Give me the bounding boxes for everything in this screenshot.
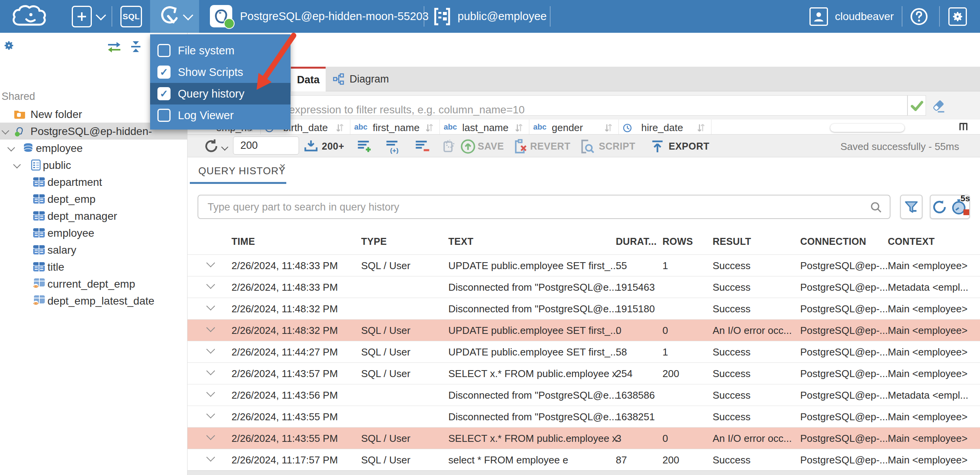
checkbox-unchecked-icon[interactable] — [157, 109, 171, 122]
menu-item-show-scripts[interactable]: ✓Show Scripts — [150, 61, 291, 83]
expand-chevron-icon[interactable] — [206, 345, 215, 354]
new-object-button[interactable] — [72, 0, 105, 33]
column-header-rows[interactable]: ROWS — [662, 236, 693, 247]
fetch-more-label[interactable]: 200+ — [322, 141, 344, 152]
tree-item-department[interactable]: department — [0, 173, 188, 190]
apply-filter-button[interactable] — [907, 95, 926, 116]
query-history-row[interactable]: 2/26/2024, 11:17:57 PMSQL / Userselect *… — [188, 449, 980, 470]
refresh-chevron-icon[interactable] — [221, 143, 228, 150]
grid-column-first-name[interactable]: abcfirst_name — [350, 120, 440, 134]
column-header-time[interactable]: TIME — [231, 236, 255, 247]
tree-item-dept-manager[interactable]: dept_manager — [0, 207, 188, 224]
collapse-all-icon[interactable] — [129, 40, 143, 55]
sort-icon[interactable] — [697, 123, 705, 134]
clear-filter-eraser-icon[interactable] — [931, 98, 947, 114]
query-history-row[interactable]: 2/26/2024, 11:43:57 PMSQL / UserSELECT x… — [188, 362, 980, 384]
script-button[interactable]: SCRIPT — [599, 141, 635, 152]
tree-item-dept-emp[interactable]: dept_emp — [0, 190, 188, 207]
checkbox-unchecked-icon[interactable] — [157, 44, 171, 57]
table-settings-icon[interactable] — [958, 121, 969, 134]
grid-column-last-name[interactable]: abclast_name — [440, 120, 529, 134]
close-icon[interactable]: × — [279, 160, 286, 173]
chevron-down-icon[interactable] — [13, 161, 21, 168]
refresh-button[interactable] — [203, 138, 220, 156]
export-icon[interactable] — [650, 138, 665, 156]
column-header-connection[interactable]: CONNECTION — [800, 236, 866, 247]
expand-chevron-icon[interactable] — [206, 431, 215, 440]
grid-column-name: last_name — [462, 122, 509, 134]
chevron-down-icon[interactable] — [7, 144, 15, 152]
horizontal-scrollbar[interactable] — [830, 124, 904, 132]
tab-diagram[interactable]: Diagram — [327, 67, 394, 91]
save-icon[interactable] — [460, 138, 476, 156]
tree-item-employee[interactable]: employee — [0, 140, 188, 157]
column-header-durat-[interactable]: DURAT... — [616, 236, 657, 247]
tree-item-dept-emp-latest-date[interactable]: dept_emp_latest_date — [0, 292, 188, 309]
column-header-type[interactable]: TYPE — [361, 236, 387, 247]
checkbox-checked-icon[interactable]: ✓ — [157, 87, 171, 100]
expand-chevron-icon[interactable] — [206, 302, 215, 311]
query-history-row[interactable]: 2/26/2024, 11:48:33 PMDisconnected from … — [188, 276, 980, 298]
tree-item-current-dept-emp[interactable]: current_dept_emp — [0, 275, 188, 292]
search-icon — [870, 201, 883, 216]
sort-icon[interactable] — [336, 123, 344, 134]
revert-button[interactable]: REVERT — [530, 141, 570, 152]
grid-column-gender[interactable]: abcgender — [529, 120, 619, 134]
filter-expression-input[interactable]: expression to filter results, e.g. colum… — [193, 95, 907, 116]
query-history-row[interactable]: 2/26/2024, 11:43:55 PMSQL / UserSELECT x… — [188, 427, 980, 449]
help-button[interactable] — [910, 0, 928, 33]
sort-icon[interactable] — [515, 123, 523, 134]
menu-item-log-viewer[interactable]: Log Viewer — [150, 104, 291, 126]
settings-button[interactable] — [948, 0, 967, 33]
tree-item-salary[interactable]: salary — [0, 241, 188, 258]
sync-connection-icon[interactable] — [106, 40, 122, 55]
filter-button[interactable] — [900, 195, 923, 219]
query-history-row[interactable]: 2/26/2024, 11:43:55 PMDisconnected from … — [188, 406, 980, 427]
menu-item-file-system[interactable]: File system — [150, 40, 291, 61]
expand-chevron-icon[interactable] — [206, 280, 215, 289]
expand-chevron-icon[interactable] — [206, 259, 215, 268]
user-menu-button[interactable]: cloudbeaver — [809, 0, 894, 33]
auto-refresh-button[interactable] — [441, 138, 458, 155]
query-history-row[interactable]: 2/26/2024, 11:48:32 PMDisconnected from … — [188, 298, 980, 319]
expand-chevron-icon[interactable] — [206, 323, 215, 332]
tools-menu-button[interactable] — [157, 0, 192, 33]
save-button[interactable]: SAVE — [478, 141, 504, 152]
query-history-row[interactable]: 2/26/2024, 11:43:56 PMDisconnected from … — [188, 384, 980, 406]
duplicate-row-button[interactable]: (+) — [385, 139, 401, 155]
script-icon[interactable] — [579, 138, 595, 156]
export-button[interactable]: EXPORT — [669, 141, 710, 152]
grid-column-hire-date[interactable]: hire_date — [619, 120, 711, 134]
query-history-row[interactable]: 2/26/2024, 11:44:27 PMSQL / UserUPDATE p… — [188, 341, 980, 362]
menu-item-query-history[interactable]: ✓Query history — [150, 83, 291, 104]
tab-data[interactable]: Data — [291, 67, 326, 91]
connection-selector[interactable]: PostgreSQL@ep-hidden-moon-55203 — [240, 0, 429, 33]
sort-icon[interactable] — [604, 123, 613, 134]
auto-refresh-control[interactable]: 5s — [930, 195, 970, 219]
schema-selector[interactable]: public@employee — [434, 0, 547, 33]
query-history-row[interactable]: 2/26/2024, 11:48:32 PMSQL / UserUPDATE p… — [188, 319, 980, 341]
tree-item-title[interactable]: title — [0, 258, 188, 275]
column-header-text[interactable]: TEXT — [448, 236, 473, 247]
expand-chevron-icon[interactable] — [206, 388, 215, 397]
chevron-down-icon[interactable] — [2, 127, 9, 135]
tree-item-public[interactable]: public — [0, 157, 188, 173]
query-history-search-input[interactable]: Type query part to search in query histo… — [198, 195, 890, 219]
sidebar-settings-gear-icon[interactable] — [3, 40, 15, 53]
fetch-size-input[interactable] — [233, 136, 299, 155]
expand-chevron-icon[interactable] — [206, 453, 215, 462]
query-history-tab[interactable]: QUERY HISTORY × — [190, 157, 286, 184]
add-row-button[interactable] — [357, 139, 373, 155]
column-header-context[interactable]: CONTEXT — [888, 236, 935, 247]
sql-editor-button[interactable]: SQL — [120, 0, 142, 33]
tree-item-employee[interactable]: employee — [0, 224, 188, 241]
checkbox-checked-icon[interactable]: ✓ — [157, 66, 171, 79]
delete-row-button[interactable] — [414, 139, 431, 155]
expand-chevron-icon[interactable] — [206, 367, 215, 376]
sort-icon[interactable] — [425, 123, 434, 134]
fetch-more-icon[interactable] — [303, 139, 319, 155]
expand-chevron-icon[interactable] — [206, 410, 215, 419]
column-header-result[interactable]: RESULT — [713, 236, 751, 247]
revert-icon[interactable] — [512, 138, 529, 156]
query-history-row[interactable]: 2/26/2024, 11:48:33 PMSQL / UserUPDATE p… — [188, 254, 980, 276]
